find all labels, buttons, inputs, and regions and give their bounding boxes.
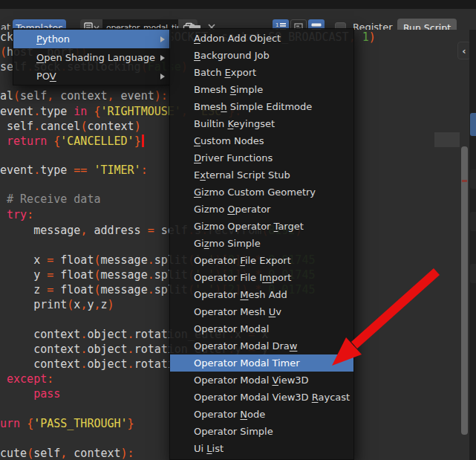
menu-item-addon-add-object[interactable]: Addon Add Object — [170, 30, 353, 47]
code-line: print(x,y,z) — [0, 297, 114, 312]
menu-item-open-shading-language[interactable]: Open Shading Language — [13, 48, 171, 67]
menu-item-gizmo-operator[interactable]: Gizmo Operator — [170, 201, 353, 218]
sidebar-tab[interactable] — [470, 264, 476, 283]
menu-item-external-script-stub[interactable]: External Script Stub — [170, 166, 353, 184]
menu-item-label: Operator Simple — [194, 426, 273, 437]
menu-item-label: Operator Modal — [194, 323, 269, 334]
code-line: event.type == 'TIMER': — [0, 163, 148, 178]
sidebar-tab[interactable] — [470, 212, 476, 231]
python-templates-submenu: Addon Add ObjectBackground JobBatch Expo… — [169, 28, 354, 460]
menu-item-operator-node[interactable]: Operator Node — [170, 406, 353, 423]
menu-item-operator-modal-view3d[interactable]: Operator Modal View3D — [170, 372, 353, 389]
editor-scrollbar[interactable] — [461, 146, 468, 435]
code-line: urn {'PASS_THROUGH'} — [0, 416, 134, 431]
code-line: self.cancel(context) — [0, 119, 141, 134]
menu-item-label: Addon Add Object — [194, 33, 281, 44]
menu-item-batch-export[interactable]: Batch Export — [170, 64, 353, 81]
code-line: pass — [0, 386, 60, 401]
templates-dropdown-menu: PythonOpen Shading LanguagePOV — [13, 28, 172, 85]
menu-item-label: Operator Mesh Uv — [194, 306, 281, 317]
menu-item-operator-file-export[interactable]: Operator File Export — [170, 252, 353, 269]
menu-item-bmesh-simple[interactable]: Bmesh Simple — [170, 81, 353, 98]
menu-item-operator-mesh-add[interactable]: Operator Mesh Add — [170, 286, 353, 303]
submenu-arrow-icon — [160, 55, 165, 61]
area-divider-strip — [0, 0, 476, 9]
menu-item-label: Builtin Keyingset — [194, 118, 275, 129]
submenu-arrow-icon — [160, 36, 165, 42]
menu-item-operator-file-import[interactable]: Operator File Import — [170, 269, 353, 286]
menu-item-label: Python — [36, 33, 70, 45]
menu-item-operator-mesh-uv[interactable]: Operator Mesh Uv — [170, 303, 353, 320]
code-line: try: — [0, 207, 33, 222]
menu-item-label: Gizmo Operator Target — [194, 221, 304, 232]
menu-item-label: Open Shading Language — [36, 52, 155, 63]
menu-item-label: Operator Modal Draw — [194, 340, 297, 352]
menu-item-driver-functions[interactable]: Driver Functions — [170, 149, 353, 166]
submenu-arrow-icon — [160, 74, 165, 80]
menu-item-label: Gizmo Custom Geometry — [194, 187, 316, 198]
menu-item-label: Operator File Import — [194, 272, 291, 283]
region-edge-strip — [469, 30, 476, 460]
menu-item-custom-nodes[interactable]: Custom Nodes — [170, 132, 353, 149]
menu-item-label: Custom Nodes — [194, 135, 264, 146]
text-cursor — [142, 135, 144, 147]
menu-item-builtin-keyingset[interactable]: Builtin Keyingset — [170, 115, 353, 132]
menu-item-ui-list[interactable]: Ui List — [170, 440, 353, 457]
code-line: # Receive data — [0, 192, 100, 207]
menu-item-pov[interactable]: POV — [13, 67, 171, 85]
menu-item-label: Ui List — [194, 443, 224, 454]
menu-item-label: Operator Modal View3D Raycast — [194, 392, 350, 403]
chevron-left-icon: ‹ — [462, 45, 466, 56]
menu-item-operator-modal-view3d-raycast[interactable]: Operator Modal View3D Raycast — [170, 389, 353, 406]
menu-item-python[interactable]: Python — [13, 30, 171, 48]
menu-item-gizmo-simple[interactable]: Gizmo Simple — [170, 235, 353, 252]
menu-item-label: Gizmo Operator — [194, 204, 270, 215]
menu-item-gizmo-operator-target[interactable]: Gizmo Operator Target — [170, 218, 353, 235]
code-line: al(self, context, event): — [0, 88, 168, 103]
menu-item-label: POV — [36, 71, 56, 82]
menu-item-label: Background Job — [194, 50, 270, 61]
menu-item-background-job[interactable]: Background Job — [170, 47, 353, 64]
menu-item-operator-simple[interactable]: Operator Simple — [170, 423, 353, 440]
sidebar-tab-active[interactable] — [470, 113, 476, 136]
menu-item-label: Bmesh Simple — [194, 84, 263, 95]
menu-item-operator-modal[interactable]: Operator Modal — [170, 320, 353, 337]
menu-item-label: External Script Stub — [194, 169, 290, 181]
menu-item-gizmo-custom-geometry[interactable]: Gizmo Custom Geometry — [170, 184, 353, 201]
menu-item-label: Operator Mesh Add — [194, 289, 287, 300]
menu-item-label: Operator Modal Timer — [194, 357, 300, 369]
code-line: except: — [0, 372, 53, 386]
menu-item-label: Driver Functions — [194, 152, 273, 163]
code-line: return {'CANCELLED'} — [0, 134, 144, 149]
menu-item-label: Operator Modal View3D — [194, 375, 309, 386]
menu-item-bmesh-simple-editmode[interactable]: Bmesh Simple Editmode — [170, 98, 353, 115]
scrollbar-marker — [462, 180, 467, 182]
menu-item-label: Operator File Export — [194, 255, 291, 266]
menu-item-operator-modal-draw[interactable]: Operator Modal Draw — [170, 337, 353, 354]
code-line: cute(self, context): — [0, 446, 134, 460]
scroll-shade — [434, 132, 460, 147]
blender-text-editor: at Templates operator_modal_tim.. — [0, 0, 476, 460]
sidebar-tab[interactable] — [470, 169, 476, 189]
menu-item-label: Operator Node — [194, 409, 265, 420]
menu-item-label: Gizmo Simple — [194, 238, 261, 249]
text-editor-header: at Templates operator_modal_tim.. — [0, 9, 476, 30]
svg-text:1: 1 — [276, 22, 278, 28]
menu-item-label: Bmesh Simple Editmode — [194, 101, 312, 112]
menu-item-operator-modal-timer[interactable]: Operator Modal Timer — [170, 354, 353, 372]
menu-item-label: Batch Export — [194, 67, 256, 78]
